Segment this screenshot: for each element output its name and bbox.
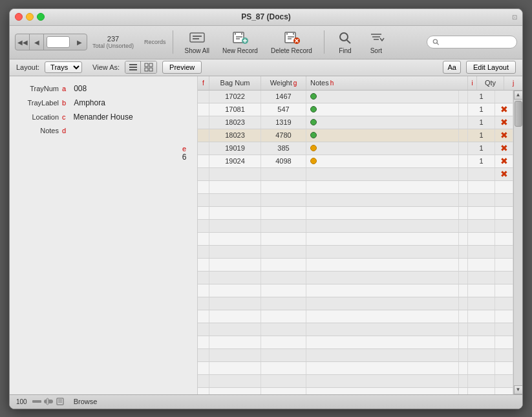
- col-header-f: f: [198, 76, 209, 90]
- cell-qty: 1: [468, 103, 495, 116]
- col-header-weight: Weight g: [261, 76, 306, 90]
- cell-qty-empty: [468, 194, 495, 206]
- delete-row-button[interactable]: ✖: [500, 156, 508, 166]
- cell-f-empty: [198, 375, 209, 387]
- records-info: 237 Total (Unsorted): [92, 35, 134, 49]
- edit-layout-button[interactable]: Edit Layout: [466, 61, 516, 74]
- show-all-button[interactable]: Show All: [180, 27, 215, 57]
- cell-action: ✖: [495, 116, 513, 129]
- cell-f-empty: [198, 362, 209, 374]
- nav-next-button[interactable]: ▶: [72, 34, 87, 50]
- cell-f-empty: [198, 310, 209, 323]
- cell-action-empty: [495, 233, 513, 245]
- cell-weight: 4098: [261, 155, 306, 167]
- viewas-list-button[interactable]: [125, 61, 141, 73]
- zoom-out-icon: [32, 398, 41, 405]
- cell-bagnum-empty: [209, 259, 261, 271]
- table-row-empty: [198, 207, 513, 220]
- find-icon: [336, 30, 354, 45]
- cell-notes: [306, 91, 459, 103]
- cell-weight: 4780: [261, 129, 306, 142]
- scroll-down-button[interactable]: ▼: [514, 385, 523, 394]
- cell-weight-empty: [261, 181, 306, 193]
- cell-i-empty: [459, 349, 468, 361]
- table-row[interactable]: 17081 547 1 ✖: [198, 103, 513, 116]
- scroll-thumb[interactable]: [515, 101, 522, 127]
- search-box[interactable]: [427, 36, 517, 48]
- col-f-letter: f: [202, 80, 204, 87]
- cell-notes-empty: [306, 194, 459, 206]
- table-row[interactable]: 17022 1467 1: [198, 91, 513, 103]
- find-button[interactable]: Find: [331, 27, 359, 57]
- statusbar: 100 Browse: [10, 394, 522, 409]
- nav-first-button[interactable]: ◀◀: [16, 34, 30, 50]
- svg-line-25: [437, 43, 439, 45]
- cell-action-empty: [495, 388, 513, 394]
- record-number-input[interactable]: 4: [47, 36, 70, 48]
- cell-f-empty: [198, 233, 209, 245]
- nav-controls: ◀◀ ◀ 4 ▶: [15, 34, 87, 50]
- delete-row-button[interactable]: ✖: [500, 104, 508, 114]
- layout-select[interactable]: Trays: [45, 61, 82, 73]
- cell-i-empty: [459, 323, 468, 336]
- delete-row-button[interactable]: ✖: [500, 143, 508, 153]
- scrollbar[interactable]: ▲ ▼: [513, 91, 522, 394]
- svg-rect-26: [129, 64, 137, 65]
- cell-action-empty: [495, 297, 513, 310]
- cell-f: [198, 103, 209, 116]
- cell-bagnum: 18023: [209, 129, 261, 142]
- delete-row-button[interactable]: ✖: [500, 130, 508, 140]
- table-row-empty: [198, 375, 513, 388]
- table-row[interactable]: 19019 385 1 ✖: [198, 142, 513, 155]
- nav-prev-button[interactable]: ◀: [30, 34, 44, 50]
- cell-weight: 1319: [261, 116, 306, 129]
- cell-f-empty: [198, 246, 209, 258]
- table-row[interactable]: 18023 4780 1 ✖: [198, 129, 513, 142]
- viewas-grid-button[interactable]: [141, 61, 156, 73]
- preview-button[interactable]: Preview: [162, 61, 202, 74]
- delete-record-button[interactable]: Delete Record: [266, 27, 317, 57]
- cell-notes: [306, 116, 459, 129]
- cell-weight-empty: [261, 233, 306, 245]
- cell-i-empty: [459, 336, 468, 348]
- location-row: Location c Menander House: [20, 112, 187, 122]
- delete-row-button[interactable]: ✖: [500, 117, 508, 127]
- maximize-button[interactable]: [37, 13, 45, 21]
- svg-rect-33: [32, 400, 41, 403]
- minimize-button[interactable]: [26, 13, 34, 21]
- table-row[interactable]: 18023 1319 1 ✖: [198, 116, 513, 129]
- cell-bagnum: 18023: [209, 116, 261, 129]
- cell-notes-empty: [306, 362, 459, 374]
- col-j-letter: j: [513, 80, 514, 87]
- table-row-empty: [198, 323, 513, 336]
- status-dot: [310, 132, 317, 138]
- sort-button[interactable]: Sort: [362, 27, 390, 57]
- aa-button[interactable]: Aa: [443, 61, 460, 74]
- svg-rect-30: [149, 63, 153, 67]
- traffic-lights: [15, 13, 45, 21]
- search-input[interactable]: [442, 38, 511, 46]
- svg-line-20: [346, 40, 350, 43]
- cell-weight-empty: [261, 375, 306, 387]
- status-dot: [310, 93, 317, 100]
- traynum-value: 008: [74, 84, 87, 93]
- cell-notes-empty: [306, 207, 459, 219]
- close-button[interactable]: [15, 13, 23, 21]
- col-header-i: i: [468, 76, 477, 90]
- resize-icon[interactable]: ⊡: [512, 14, 517, 21]
- cell-qty-empty: [468, 349, 495, 361]
- cell-qty-empty: [468, 207, 495, 219]
- cell-qty: [468, 168, 495, 180]
- scroll-up-button[interactable]: ▲: [514, 91, 523, 100]
- delete-row-button[interactable]: ✖: [500, 169, 508, 179]
- new-record-button[interactable]: New Record: [217, 27, 263, 57]
- table-row[interactable]: ✖: [198, 168, 513, 181]
- cell-qty-empty: [468, 284, 495, 297]
- cell-notes: [306, 129, 459, 142]
- viewas-buttons: [125, 61, 157, 74]
- svg-rect-0: [190, 33, 204, 42]
- cell-action-empty: [495, 349, 513, 361]
- cell-notes: [306, 155, 459, 167]
- cell-action-empty: [495, 284, 513, 297]
- table-row[interactable]: 19024 4098 1 ✖: [198, 155, 513, 168]
